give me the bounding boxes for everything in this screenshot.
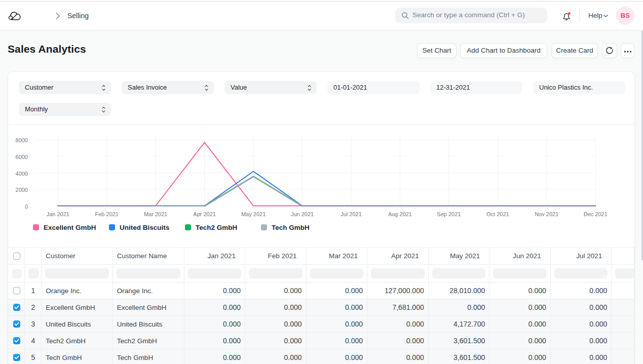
svg-text:Oct 2021: Oct 2021: [486, 211, 509, 217]
svg-text:Jun 2021: Jun 2021: [291, 211, 314, 217]
svg-text:0: 0: [25, 204, 28, 210]
svg-text:Nov 2021: Nov 2021: [535, 211, 558, 217]
svg-text:6000: 6000: [16, 154, 28, 160]
svg-text:May 2021: May 2021: [241, 211, 266, 217]
svg-text:Mar 2021: Mar 2021: [144, 211, 167, 217]
svg-text:2000: 2000: [16, 187, 28, 193]
svg-text:Aug 2021: Aug 2021: [388, 211, 412, 217]
svg-text:Jan 2021: Jan 2021: [47, 211, 69, 217]
svg-text:4000: 4000: [16, 171, 28, 177]
svg-text:Apr 2021: Apr 2021: [193, 211, 216, 217]
svg-text:Dec 2021: Dec 2021: [584, 211, 608, 217]
svg-text:Sep 2021: Sep 2021: [437, 211, 461, 217]
svg-text:Feb 2021: Feb 2021: [95, 211, 119, 217]
svg-text:8000: 8000: [16, 137, 28, 143]
svg-text:Jul 2021: Jul 2021: [341, 211, 362, 217]
